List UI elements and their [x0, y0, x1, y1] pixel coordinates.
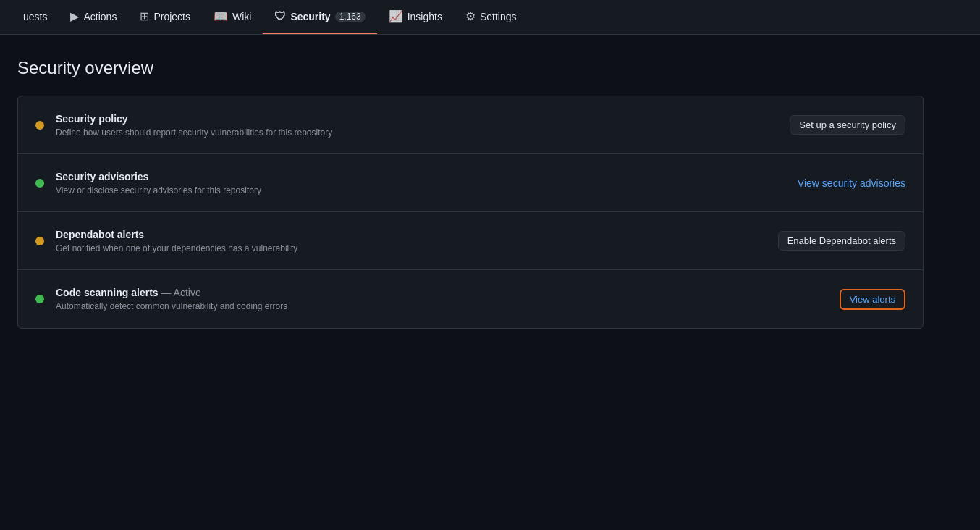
nav-label-projects: Projects: [153, 11, 190, 22]
dependabot-title: Dependabot alerts: [56, 229, 766, 240]
code-scanning-content: Code scanning alerts — Active Automatica…: [56, 287, 828, 311]
nav-label-security: Security: [290, 11, 330, 22]
view-security-advisories-link[interactable]: View security advisories: [798, 177, 905, 189]
enable-dependabot-button[interactable]: Enable Dependabot alerts: [778, 231, 905, 251]
nav-item-settings[interactable]: ⚙ Settings: [454, 0, 528, 35]
dependabot-action: Enable Dependabot alerts: [778, 231, 905, 251]
code-scanning-title: Code scanning alerts: [56, 287, 159, 298]
view-alerts-button[interactable]: View alerts: [840, 289, 905, 310]
dependabot-desc: Get notified when one of your dependenci…: [56, 243, 766, 253]
insights-icon: 📈: [389, 9, 403, 23]
code-scanning-status-dot: [35, 295, 44, 303]
dependabot-status-dot: [35, 237, 44, 245]
security-advisories-action: View security advisories: [798, 177, 905, 189]
nav-item-wiki[interactable]: 📖 Wiki: [202, 0, 263, 35]
security-policy-desc: Define how users should report security …: [56, 127, 778, 138]
security-advisories-content: Security advisories View or disclose sec…: [56, 171, 786, 195]
security-advisories-title: Security advisories: [56, 171, 786, 182]
code-scanning-desc: Automatically detect common vulnerabilit…: [56, 301, 828, 311]
nav-label-wiki: Wiki: [232, 11, 251, 22]
nav-label-settings: Settings: [480, 11, 517, 22]
projects-icon: ⊞: [140, 9, 149, 23]
security-policy-action: Set up a security policy: [790, 115, 905, 135]
setup-security-policy-button[interactable]: Set up a security policy: [790, 115, 905, 135]
nav-item-insights[interactable]: 📈 Insights: [377, 0, 454, 35]
settings-icon: ⚙: [465, 9, 476, 23]
dependabot-alerts-row: Dependabot alerts Get notified when one …: [18, 212, 923, 270]
actions-icon: ▶: [70, 9, 79, 23]
security-advisories-row: Security advisories View or disclose sec…: [18, 154, 923, 212]
wiki-icon: 📖: [214, 9, 228, 23]
security-policy-status-dot: [35, 121, 44, 130]
code-scanning-status-text: — Active: [161, 287, 200, 298]
nav-bar: uests ▶ Actions ⊞ Projects 📖 Wiki 🛡 Secu…: [0, 0, 980, 35]
security-advisories-desc: View or disclose security advisories for…: [56, 185, 786, 195]
nav-item-requests[interactable]: uests: [12, 0, 59, 35]
nav-label-actions: Actions: [83, 11, 117, 22]
nav-item-security[interactable]: 🛡 Security 1,163: [263, 0, 376, 35]
nav-label-insights: Insights: [407, 11, 442, 22]
security-policy-content: Security policy Define how users should …: [56, 113, 778, 138]
nav-item-actions[interactable]: ▶ Actions: [59, 0, 128, 35]
nav-label-requests: uests: [23, 11, 47, 22]
security-policy-row: Security policy Define how users should …: [18, 96, 923, 154]
overview-card: Security policy Define how users should …: [17, 96, 924, 329]
security-badge: 1,163: [335, 12, 366, 22]
security-advisories-status-dot: [35, 179, 44, 188]
code-scanning-row: Code scanning alerts — Active Automatica…: [18, 270, 923, 328]
code-scanning-action: View alerts: [840, 289, 905, 310]
nav-item-projects[interactable]: ⊞ Projects: [128, 0, 202, 35]
main-content: Security overview Security policy Define…: [0, 35, 941, 352]
dependabot-content: Dependabot alerts Get notified when one …: [56, 229, 766, 253]
security-policy-title: Security policy: [56, 113, 778, 125]
page-title: Security overview: [17, 58, 924, 78]
security-icon: 🛡: [274, 10, 286, 23]
